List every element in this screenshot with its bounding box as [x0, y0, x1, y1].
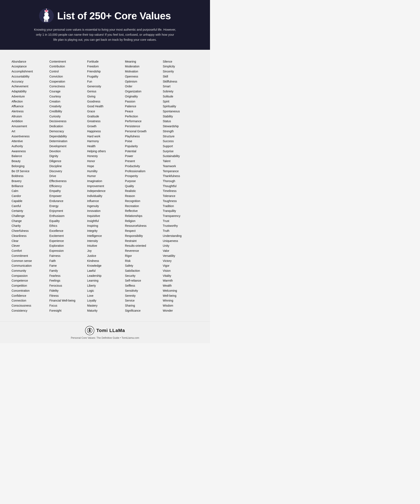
list-item: Smart — [163, 84, 198, 89]
list-item: Leadership — [87, 273, 123, 278]
list-item: Intensity — [87, 239, 123, 244]
list-item: Toughness — [163, 199, 198, 204]
list-item: Solitude — [163, 94, 198, 99]
list-item: Personal Growth — [125, 129, 161, 134]
list-item: Confidence — [12, 293, 47, 298]
list-item: Improvement — [87, 184, 123, 189]
list-item: Skill — [163, 74, 198, 79]
llama-icon — [39, 8, 54, 23]
list-item: Imagination — [87, 179, 123, 184]
list-item: Discipline — [49, 164, 85, 169]
column-5: SilenceSimplicitySinceritySkillSkillfuln… — [163, 59, 198, 313]
list-item: Accountability — [12, 74, 47, 79]
list-item: Reason — [125, 194, 161, 199]
list-item: Valor — [163, 248, 198, 253]
list-item: Devotion — [49, 149, 85, 154]
list-item: Popularity — [125, 144, 161, 149]
list-item: Vision — [163, 268, 198, 273]
list-item: Originality — [125, 94, 161, 99]
list-item: Enjoyment — [49, 209, 85, 214]
list-item: Persistence — [125, 124, 161, 129]
list-item: Enthusiasm — [49, 214, 85, 219]
list-item: Spirituality — [163, 104, 198, 109]
list-item: Diligence — [49, 159, 85, 164]
list-item: Lawful — [87, 268, 123, 273]
list-item: Spontaneous — [163, 109, 198, 114]
list-item: Fitness — [49, 293, 85, 298]
list-item: Curiosity — [49, 114, 85, 119]
list-item: Playfulness — [125, 134, 161, 139]
list-item: Openness — [125, 74, 161, 79]
list-item: Growth — [87, 124, 123, 129]
list-item: Wonder — [163, 308, 198, 313]
list-item: Balance — [12, 154, 47, 159]
list-item: Fairness — [49, 253, 85, 258]
list-item: Credibility — [49, 109, 85, 114]
list-item: Drive — [49, 174, 85, 179]
list-item: Risk — [125, 258, 161, 264]
list-item: Maturity — [87, 308, 123, 313]
list-item: Humor — [87, 174, 123, 179]
list-item: Assertiveness — [12, 134, 47, 139]
list-item: Equality — [49, 219, 85, 224]
list-item: Courage — [49, 89, 85, 94]
list-item: Control — [49, 69, 85, 74]
list-item: Simplicity — [163, 64, 198, 69]
list-item: Discovery — [49, 169, 85, 174]
list-item: Joy — [87, 248, 123, 253]
list-item: Motivation — [125, 69, 161, 74]
svg-point-10 — [46, 13, 47, 14]
list-item: Temperance — [163, 169, 198, 174]
list-item: Well-being — [163, 293, 198, 298]
list-item: Intelligence — [87, 234, 123, 239]
column-3: FortitudeFreedomFriendshipFrugalityFunGe… — [87, 59, 123, 313]
list-item: Giving — [87, 94, 123, 99]
list-item: Support — [163, 144, 198, 149]
list-item: Clever — [12, 243, 47, 248]
list-item: Focus — [49, 303, 85, 308]
list-item: Independence — [87, 189, 123, 194]
list-item: Communication — [12, 263, 47, 268]
list-item: Courtesy — [49, 94, 85, 99]
list-item: Altruism — [12, 114, 47, 119]
list-item: Logic — [87, 288, 123, 293]
list-item: Status — [163, 119, 198, 124]
list-item: Sharing — [125, 303, 161, 308]
list-item: Optimism — [125, 79, 161, 84]
main-content: AbundanceAcceptanceAccomplishmentAccount… — [0, 50, 210, 322]
list-item: Honesty — [87, 154, 123, 159]
svg-rect-13 — [47, 19, 48, 22]
footer: Tomi LLaMa Personal Core Values: The Def… — [0, 322, 210, 343]
list-item: Efficiency — [49, 184, 85, 189]
list-item: Correctness — [49, 84, 85, 89]
list-item: Challenge — [12, 214, 47, 219]
list-item: Kindness — [87, 258, 123, 264]
list-item: Expression — [49, 248, 85, 253]
list-item: Affluence — [12, 104, 47, 109]
list-item: Common sense — [12, 258, 47, 264]
list-item: Victory — [163, 258, 198, 264]
list-item: Adaptability — [12, 89, 47, 94]
list-item: Restraint — [125, 239, 161, 244]
list-item: Perfection — [125, 114, 161, 119]
column-2: ContentmentContributionControlConviction… — [49, 59, 85, 313]
list-item: Hard work — [87, 134, 123, 139]
list-item: Feelings — [49, 278, 85, 283]
svg-rect-11 — [44, 19, 45, 22]
list-item: Transparency — [163, 214, 198, 219]
list-item: Development — [49, 144, 85, 149]
list-item: Creation — [49, 99, 85, 104]
list-item: Consistency — [12, 308, 47, 313]
footer-sub: Personal Core Values: The Definitive Gui… — [0, 336, 210, 339]
list-item: Clear — [12, 239, 47, 244]
list-item: Experience — [49, 239, 85, 244]
list-item: Vitality — [163, 273, 198, 278]
list-item: Understanding — [163, 234, 198, 239]
list-item: Winning — [163, 298, 198, 303]
list-item: Religion — [125, 219, 161, 224]
list-item: Versatility — [163, 253, 198, 258]
list-item: Learning — [87, 278, 123, 283]
list-item: Serenity — [125, 293, 161, 298]
list-item: Attentive — [12, 139, 47, 144]
list-item: Results-oriented — [125, 243, 161, 248]
